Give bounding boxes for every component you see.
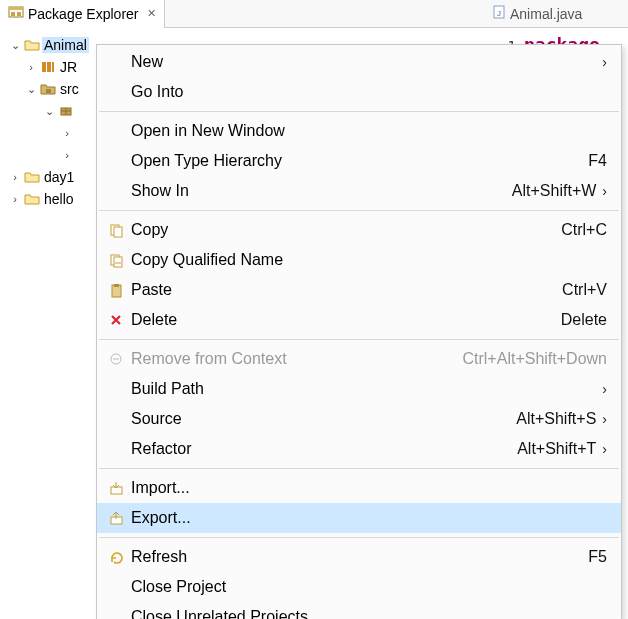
menu-label: Import... <box>127 479 190 497</box>
library-icon <box>40 59 56 75</box>
menu-delete[interactable]: Delete Delete <box>97 305 621 335</box>
menu-label: New <box>127 53 163 71</box>
java-file-icon: J <box>492 5 506 22</box>
chevron-down-icon[interactable]: ⌄ <box>24 83 38 96</box>
project-icon <box>24 191 40 207</box>
svg-rect-14 <box>52 62 54 72</box>
menu-separator <box>99 468 619 469</box>
chevron-right-icon[interactable]: › <box>8 193 22 205</box>
svg-rect-20 <box>114 257 122 267</box>
submenu-arrow-icon: › <box>602 54 607 70</box>
tree-item-label: Animal <box>42 37 89 53</box>
menu-separator <box>99 210 619 211</box>
source-folder-icon <box>40 81 56 97</box>
svg-rect-12 <box>42 62 46 72</box>
menu-label: Go Into <box>127 83 183 101</box>
menu-open-new-window[interactable]: Open in New Window <box>97 116 621 146</box>
menu-label: Refresh <box>127 548 187 566</box>
menu-label: Close Unrelated Projects <box>127 608 308 619</box>
package-explorer-tab-label: Package Explorer <box>28 6 139 22</box>
menu-import[interactable]: Import... <box>97 473 621 503</box>
svg-rect-13 <box>47 62 51 72</box>
menu-accel: Delete <box>561 311 607 329</box>
menu-label: Close Project <box>127 578 226 596</box>
menu-close-unrelated[interactable]: Close Unrelated Projects <box>97 602 621 619</box>
menu-new[interactable]: New › <box>97 47 621 77</box>
menu-copy-qualified[interactable]: Copy Qualified Name <box>97 245 621 275</box>
close-icon[interactable]: ✕ <box>147 7 156 20</box>
menu-close-project[interactable]: Close Project <box>97 572 621 602</box>
project-open-icon <box>24 37 40 53</box>
svg-rect-15 <box>46 89 51 93</box>
package-explorer-icon <box>8 4 24 23</box>
menu-label: Show In <box>127 182 189 200</box>
export-icon <box>105 511 127 526</box>
refresh-icon <box>105 550 127 565</box>
menu-accel: Alt+Shift+W <box>512 182 596 200</box>
chevron-right-icon[interactable]: › <box>60 149 74 161</box>
submenu-arrow-icon: › <box>602 411 607 427</box>
menu-label: Paste <box>127 281 172 299</box>
import-icon <box>105 481 127 496</box>
menu-accel: Alt+Shift+T <box>517 440 596 458</box>
copy-qualified-icon <box>105 253 127 268</box>
menu-go-into[interactable]: Go Into <box>97 77 621 107</box>
menu-label: Copy <box>127 221 168 239</box>
menu-accel: F4 <box>588 152 607 170</box>
menu-accel: Alt+Shift+S <box>516 410 596 428</box>
menu-paste[interactable]: Paste Ctrl+V <box>97 275 621 305</box>
tree-item-label: day1 <box>42 169 76 185</box>
menu-refactor[interactable]: Refactor Alt+Shift+T › <box>97 434 621 464</box>
paste-icon <box>105 283 127 298</box>
menu-separator <box>99 339 619 340</box>
chevron-down-icon[interactable]: ⌄ <box>8 39 22 52</box>
menu-label: Source <box>127 410 182 428</box>
menu-label: Export... <box>127 509 191 527</box>
remove-context-icon <box>105 352 127 366</box>
editor-tab[interactable]: J Animal.java <box>484 0 628 28</box>
menu-show-in[interactable]: Show In Alt+Shift+W › <box>97 176 621 206</box>
menu-label: Delete <box>127 311 177 329</box>
chevron-down-icon[interactable]: ⌄ <box>42 105 56 118</box>
menu-build-path[interactable]: Build Path › <box>97 374 621 404</box>
tree-item-label: hello <box>42 191 76 207</box>
menu-copy[interactable]: Copy Ctrl+C <box>97 215 621 245</box>
copy-icon <box>105 223 127 238</box>
svg-rect-1 <box>9 7 23 10</box>
project-icon <box>24 169 40 185</box>
submenu-arrow-icon: › <box>602 441 607 457</box>
chevron-right-icon[interactable]: › <box>60 127 74 139</box>
chevron-right-icon[interactable]: › <box>8 171 22 183</box>
menu-source[interactable]: Source Alt+Shift+S › <box>97 404 621 434</box>
menu-label: Remove from Context <box>127 350 287 368</box>
svg-rect-18 <box>114 227 122 237</box>
svg-text:J: J <box>497 9 501 18</box>
context-menu: New › Go Into Open in New Window Open Ty… <box>96 44 622 619</box>
tree-item-label: src <box>58 81 81 97</box>
menu-remove-context: Remove from Context Ctrl+Alt+Shift+Down <box>97 344 621 374</box>
menu-accel: Ctrl+Alt+Shift+Down <box>462 350 607 368</box>
menu-label: Open Type Hierarchy <box>127 152 282 170</box>
svg-rect-2 <box>11 12 15 16</box>
menu-accel: Ctrl+C <box>561 221 607 239</box>
menu-label: Refactor <box>127 440 191 458</box>
submenu-arrow-icon: › <box>602 381 607 397</box>
menu-export[interactable]: Export... <box>97 503 621 533</box>
delete-icon <box>105 313 127 327</box>
submenu-arrow-icon: › <box>602 183 607 199</box>
menu-open-type-hierarchy[interactable]: Open Type Hierarchy F4 <box>97 146 621 176</box>
menu-separator <box>99 537 619 538</box>
package-explorer-tab[interactable]: Package Explorer ✕ <box>0 0 165 28</box>
chevron-right-icon[interactable]: › <box>24 61 38 73</box>
menu-label: Copy Qualified Name <box>127 251 283 269</box>
menu-label: Build Path <box>127 380 204 398</box>
menu-refresh[interactable]: Refresh F5 <box>97 542 621 572</box>
editor-tab-label: Animal.java <box>510 6 582 22</box>
menu-separator <box>99 111 619 112</box>
menu-label: Open in New Window <box>127 122 285 140</box>
tree-item-label: JR <box>58 59 79 75</box>
svg-rect-3 <box>17 12 21 16</box>
package-icon <box>58 103 74 119</box>
menu-accel: Ctrl+V <box>562 281 607 299</box>
svg-rect-22 <box>114 284 119 287</box>
